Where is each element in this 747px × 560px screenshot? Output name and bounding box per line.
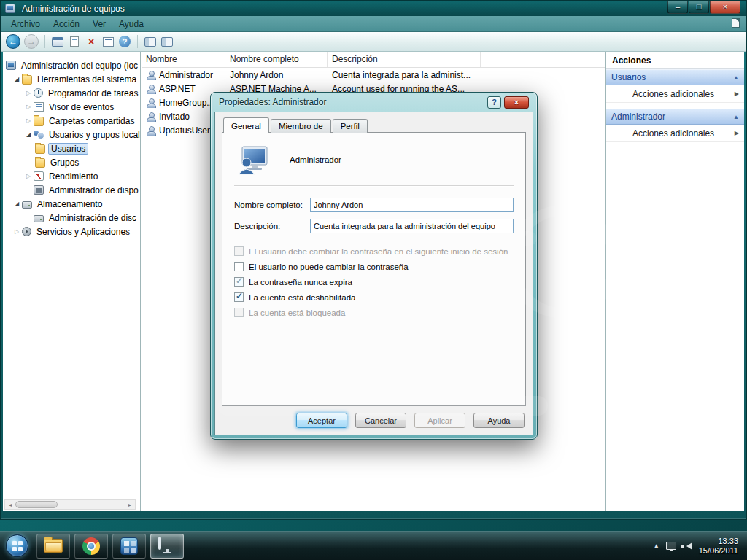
start-button[interactable] [6, 534, 28, 557]
menu-archivo[interactable]: Archivo [4, 18, 47, 31]
storage-icon [22, 201, 32, 209]
back-button[interactable]: ← [6, 34, 20, 49]
section-gap [606, 103, 744, 108]
taskbar-app-button[interactable] [112, 534, 146, 559]
dialog-close-button[interactable]: × [504, 96, 529, 109]
collapse-section-icon[interactable]: ▲ [733, 74, 739, 81]
expand-expander-icon[interactable]: ▷ [23, 104, 34, 110]
full-name-input[interactable] [310, 198, 514, 212]
collapse-expander-icon[interactable]: ◢ [23, 131, 34, 138]
close-button[interactable]: × [710, 1, 740, 14]
tree-item-shared-folders[interactable]: ▷ Carpetas compartidas [3, 114, 140, 128]
collapse-expander-icon[interactable]: ◢ [12, 76, 22, 82]
tree-item-groups[interactable]: Grupos [3, 155, 140, 169]
horizontal-scrollbar[interactable]: ◄ ► [4, 499, 136, 510]
show-hide-console-tree-icon[interactable] [144, 35, 157, 48]
system-tray: ▲ 13:33 15/06/2011 [654, 537, 744, 556]
taskbar-explorer-button[interactable] [36, 534, 70, 559]
menu-ayuda[interactable]: Ayuda [112, 18, 150, 31]
maximize-button[interactable]: □ [689, 1, 709, 14]
clock[interactable]: 13:33 15/06/2011 [699, 537, 738, 556]
checkbox-row-cannot-change-password[interactable]: El usuario no puede cambiar la contraseñ… [234, 259, 514, 274]
more-actions-usuarios[interactable]: Acciones adicionales ▶ [606, 85, 744, 103]
window-title: Administración de equipos [22, 4, 125, 14]
tab-page-general: Administrador Nombre completo: Descripci… [222, 132, 526, 406]
taskbar: ▲ 13:33 15/06/2011 [0, 531, 747, 560]
show-hide-action-pane-icon[interactable] [160, 35, 174, 48]
tab-general[interactable]: General [223, 117, 269, 133]
tree-item-local-users-groups[interactable]: ◢ Usuarios y grupos local [3, 128, 140, 141]
help-icon[interactable]: ? [118, 35, 131, 48]
disk-management-icon [34, 215, 44, 222]
tab-miembro-de[interactable]: Miembro de [271, 119, 331, 133]
checkbox-row-account-disabled[interactable]: La cuenta está deshabilitada [234, 289, 514, 305]
help-button[interactable]: Ayuda [473, 413, 525, 428]
menubar: Archivo Acción Ver Ayuda [1, 16, 746, 32]
expand-expander-icon[interactable]: ▷ [23, 173, 34, 179]
menu-accion[interactable]: Acción [47, 18, 86, 31]
toolbar-separator [44, 35, 45, 48]
tree-item-device-manager[interactable]: Administrador de dispo [3, 183, 140, 197]
tree-item-event-viewer[interactable]: ▷ Visor de eventos [3, 100, 140, 114]
description-input[interactable] [310, 219, 514, 233]
ok-button[interactable]: Aceptar [296, 413, 347, 428]
account-name: Administrador [290, 155, 341, 164]
minimize-button[interactable]: – [667, 1, 688, 14]
user-icon [146, 112, 156, 122]
checkbox-icon[interactable] [234, 262, 244, 271]
checkbox-icon [234, 246, 244, 256]
collapse-expander-icon[interactable]: ◢ [12, 201, 22, 207]
taskbar-chrome-button[interactable] [74, 534, 108, 559]
dialog-client: General Miembro de Perfil [214, 112, 533, 435]
export-list-icon[interactable] [68, 35, 81, 48]
scroll-right-icon[interactable]: ► [125, 502, 135, 508]
scrollbar-thumb[interactable] [15, 501, 58, 508]
tree-item-performance[interactable]: ▷ Rendimiento [3, 169, 140, 183]
show-console-tree-icon[interactable] [51, 35, 64, 48]
event-viewer-icon [34, 102, 44, 112]
actions-section-administrador[interactable]: Administrador ▲ [606, 109, 744, 125]
column-header-nombre-completo[interactable]: Nombre completo [225, 52, 328, 67]
tab-perfil[interactable]: Perfil [333, 119, 368, 133]
checkbox-row-account-locked: La cuenta está bloqueada [234, 305, 514, 320]
scroll-left-icon[interactable]: ◄ [5, 502, 15, 508]
collapse-section-icon[interactable]: ▲ [733, 114, 739, 120]
show-hidden-icons-button[interactable]: ▲ [654, 542, 659, 549]
checkbox-checked-icon[interactable] [234, 277, 244, 287]
expand-expander-icon[interactable]: ▷ [23, 117, 34, 124]
tree-item-users[interactable]: Usuarios [3, 141, 140, 155]
actions-section-usuarios[interactable]: Usuarios ▲ [606, 69, 744, 85]
performance-icon [34, 171, 44, 181]
tree-item-disk-management[interactable]: Administración de disc [3, 211, 140, 225]
console-page-icon[interactable] [732, 18, 740, 28]
list-row-administrador[interactable]: Administrador Johnny Ardon Cuenta integr… [142, 68, 608, 82]
column-header-nombre[interactable]: Nombre [142, 52, 225, 67]
taskbar-computer-management-button[interactable] [150, 534, 184, 559]
checkbox-row-password-never-expires[interactable]: La contraseña nunca expira [234, 274, 514, 289]
dialog-titlebar[interactable]: Propiedades: Administrador ? × [214, 93, 533, 112]
users-folder-icon [35, 144, 45, 154]
tree-item-storage[interactable]: ◢ Almacenamiento [3, 197, 140, 211]
volume-icon[interactable] [683, 542, 692, 550]
menu-ver[interactable]: Ver [86, 18, 112, 31]
more-actions-administrador[interactable]: Acciones adicionales ▶ [606, 125, 744, 142]
dialog-help-button[interactable]: ? [487, 96, 501, 109]
window-titlebar[interactable]: Administración de equipos – □ × [1, 1, 746, 16]
expand-expander-icon[interactable]: ▷ [12, 228, 22, 235]
network-icon[interactable] [666, 542, 676, 550]
expand-expander-icon[interactable]: ▷ [23, 90, 34, 96]
tree-item-services-applications[interactable]: ▷ Servicios y Aplicaciones [3, 225, 140, 238]
checkbox-checked-icon[interactable] [234, 292, 244, 302]
forward-button[interactable]: → [24, 34, 39, 49]
tree-item-computer-management[interactable]: Administración del equipo (loc [3, 58, 140, 72]
tree-item-system-tools[interactable]: ◢ Herramientas del sistema [3, 72, 140, 86]
dialog-title: Propiedades: Administrador [219, 97, 326, 107]
tree-item-task-scheduler[interactable]: ▷ Programador de tareas [3, 86, 140, 100]
blue-app-icon [120, 537, 138, 555]
column-header-descripcion[interactable]: Descripción [328, 52, 481, 67]
user-icon [146, 84, 156, 94]
actions-panel: Acciones Usuarios ▲ Acciones adicionales… [605, 52, 744, 511]
cancel-button[interactable]: Cancelar [355, 413, 406, 428]
properties-list-icon[interactable] [101, 35, 115, 48]
delete-icon[interactable]: × [85, 35, 98, 48]
